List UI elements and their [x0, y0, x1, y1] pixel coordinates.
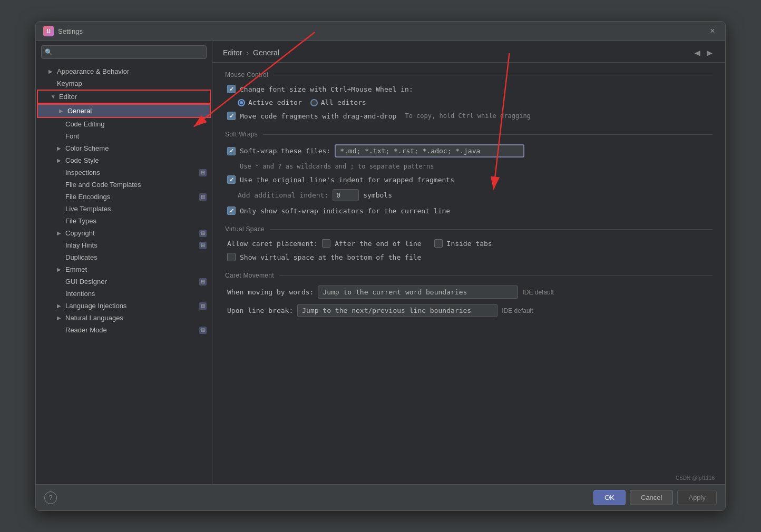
show-virtual-space-label: Show virtual space at the bottom of the … — [240, 253, 421, 261]
sidebar-item-label: Intentions — [65, 290, 207, 298]
sidebar-item-gui-designer[interactable]: GUI Designer ⊞ — [36, 275, 212, 288]
badge-icon: ⊞ — [199, 230, 207, 237]
apply-button[interactable]: Apply — [677, 490, 717, 505]
sidebar-item-color-scheme[interactable]: ▶ Color Scheme — [36, 142, 212, 154]
sidebar-item-emmet[interactable]: ▶ Emmet — [36, 263, 212, 275]
sidebar-item-inspections[interactable]: Inspections ⊞ — [36, 166, 212, 179]
sidebar-item-label: Inlay Hints — [65, 241, 199, 249]
section-header: Mouse Control — [225, 71, 713, 78]
sidebar-item-live-templates[interactable]: Live Templates — [36, 203, 212, 215]
add-indent-input[interactable] — [333, 189, 359, 201]
checkbox-checkmark: ✓ — [229, 208, 234, 214]
sidebar-item-label: Keymap — [57, 80, 207, 87]
when-moving-dropdown[interactable]: Jump to the current word boundaries — [318, 285, 518, 299]
nav-tree: ▶ Appearance & Behavior Keymap ▼ Editor … — [36, 63, 212, 484]
sidebar-item-intentions[interactable]: Intentions — [36, 288, 212, 300]
checkbox-checkmark: ✓ — [229, 86, 234, 93]
sidebar-item-editor[interactable]: ▼ Editor — [37, 90, 211, 104]
section-divider — [279, 275, 713, 276]
soft-wraps-title: Soft Wraps — [225, 131, 258, 138]
nav-forward-button[interactable]: ▶ — [705, 47, 715, 58]
sidebar-item-keymap[interactable]: Keymap — [36, 77, 212, 90]
move-code-hint: To copy, hold Ctrl while dragging — [405, 112, 530, 120]
use-original-indent-row: ✓ Use the original line's indent for wra… — [225, 175, 713, 184]
radio-all-editors[interactable]: All editors — [310, 98, 366, 106]
expand-icon: ▶ — [57, 230, 65, 236]
sidebar-item-inlay-hints[interactable]: Inlay Hints ⊞ — [36, 239, 212, 251]
sidebar-item-file-types[interactable]: File Types — [36, 215, 212, 227]
sidebar-item-code-editing[interactable]: Code Editing — [36, 118, 212, 130]
badge-icon: ⊞ — [199, 278, 207, 285]
sidebar-item-copyright[interactable]: ▶ Copyright ⊞ — [36, 227, 212, 239]
sidebar-item-file-encodings[interactable]: File Encodings ⊞ — [36, 191, 212, 203]
sidebar-item-label: File Types — [65, 217, 207, 225]
radio-active-editor-label: Active editor — [248, 98, 302, 106]
badge-icon: ⊞ — [199, 327, 207, 334]
sidebar-item-label: Font — [65, 132, 207, 140]
section-divider — [270, 229, 713, 230]
sidebar-item-duplicates[interactable]: Duplicates — [36, 251, 212, 263]
inside-tabs-label: Inside tabs — [447, 240, 492, 248]
breadcrumb-separator: › — [246, 48, 251, 57]
sidebar-item-label: Color Scheme — [65, 144, 207, 152]
only-show-indicators-checkbox[interactable]: ✓ — [227, 206, 236, 215]
sidebar-item-label: Duplicates — [65, 253, 207, 261]
radio-active-editor-btn[interactable] — [238, 99, 245, 106]
close-button[interactable]: × — [707, 26, 718, 36]
sidebar: 🔍 ▶ Appearance & Behavior Keymap ▼ Edito… — [36, 41, 212, 484]
virtual-space-title: Virtual Space — [225, 225, 265, 233]
radio-all-editors-btn[interactable] — [310, 99, 318, 106]
sidebar-item-label: Live Templates — [65, 205, 207, 213]
upon-line-break-dropdown[interactable]: Jump to the next/previous line boundarie… — [297, 304, 497, 317]
sidebar-item-file-code-templates[interactable]: File and Code Templates — [36, 179, 212, 191]
virtual-space-section: Virtual Space Allow caret placement: Aft… — [225, 225, 713, 261]
section-header: Caret Movement — [225, 272, 713, 279]
sidebar-item-label: Copyright — [65, 229, 199, 237]
move-code-label: Move code fragments with drag-and-drop — [240, 112, 396, 120]
cancel-button[interactable]: Cancel — [630, 490, 673, 505]
after-end-checkbox[interactable] — [322, 239, 330, 248]
help-button[interactable]: ? — [44, 491, 57, 504]
section-divider — [263, 134, 713, 135]
show-virtual-space-row: Show virtual space at the bottom of the … — [225, 253, 713, 261]
search-input[interactable] — [41, 45, 207, 59]
badge-icon: ⊞ — [199, 193, 207, 201]
nav-back-button[interactable]: ◀ — [692, 47, 703, 58]
sidebar-item-label: Code Editing — [65, 120, 207, 128]
sidebar-item-code-style[interactable]: ▶ Code Style — [36, 154, 212, 166]
expand-icon: ▶ — [57, 315, 65, 321]
sidebar-item-label: File Encodings — [65, 193, 199, 201]
sidebar-item-natural-languages[interactable]: ▶ Natural Languages — [36, 312, 212, 324]
dialog-body: 🔍 ▶ Appearance & Behavior Keymap ▼ Edito… — [36, 41, 725, 484]
sidebar-item-appearance[interactable]: ▶ Appearance & Behavior — [36, 65, 212, 77]
upon-line-break-row: Upon line break: Jump to the next/previo… — [225, 304, 713, 317]
change-font-size-checkbox[interactable]: ✓ — [227, 85, 236, 93]
soft-wrap-files-label: Soft-wrap these files: — [240, 147, 330, 155]
nav-arrows: ◀ ▶ — [692, 47, 715, 58]
use-original-indent-label: Use the original line's indent for wrapp… — [240, 176, 454, 184]
ok-button[interactable]: OK — [593, 490, 626, 505]
soft-wrap-files-checkbox[interactable]: ✓ — [227, 147, 236, 155]
show-virtual-space-checkbox[interactable] — [227, 253, 236, 261]
soft-wrap-files-input[interactable] — [335, 144, 524, 157]
sidebar-item-language-injections[interactable]: ▶ Language Injections ⊞ — [36, 300, 212, 312]
sidebar-item-general[interactable]: ▶ General — [37, 104, 211, 118]
upon-line-break-ide-default: IDE default — [502, 307, 533, 314]
sidebar-item-font[interactable]: Font — [36, 130, 212, 142]
badge-icon: ⊞ — [199, 242, 207, 249]
font-size-radio-group: Active editor All editors — [238, 98, 713, 106]
inside-tabs-checkbox[interactable] — [434, 239, 443, 248]
checkbox-checkmark: ✓ — [229, 176, 234, 183]
footer-right: OK Cancel Apply — [593, 490, 717, 505]
sidebar-item-reader-mode[interactable]: Reader Mode ⊞ — [36, 324, 212, 336]
use-original-indent-checkbox[interactable]: ✓ — [227, 175, 236, 184]
change-font-size-label: Change font size with Ctrl+Mouse Wheel i… — [240, 85, 413, 93]
radio-active-editor[interactable]: Active editor — [238, 98, 302, 106]
change-font-size-row: ✓ Change font size with Ctrl+Mouse Wheel… — [225, 85, 713, 93]
checkbox-checkmark: ✓ — [229, 113, 234, 120]
when-moving-label: When moving by words: — [227, 288, 314, 296]
section-header: Soft Wraps — [225, 131, 713, 138]
sidebar-item-label: Natural Languages — [65, 314, 207, 322]
move-code-checkbox[interactable]: ✓ — [227, 112, 236, 120]
app-icon: U — [43, 26, 54, 36]
